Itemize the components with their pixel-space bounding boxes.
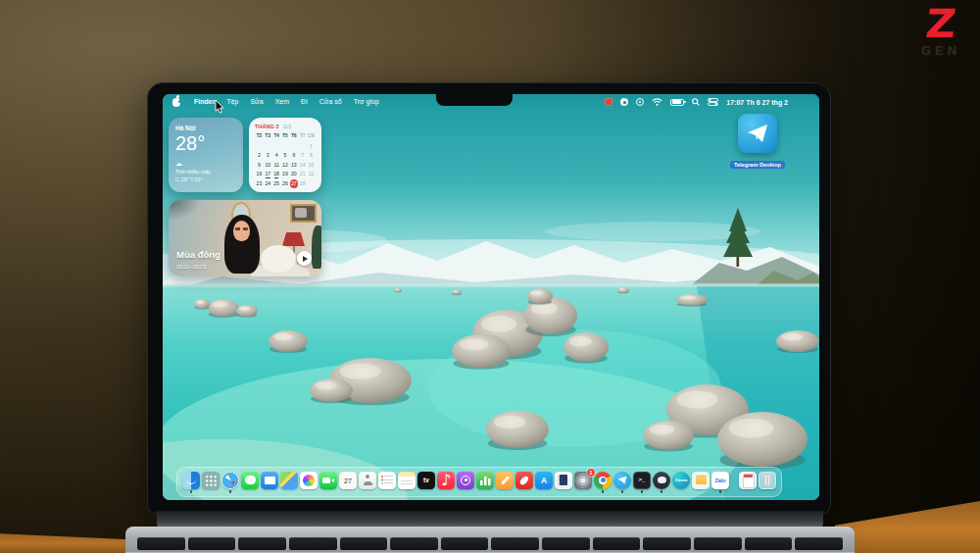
dock-appstore[interactable]: A: [535, 471, 553, 494]
dock-settings[interactable]: 1: [574, 471, 592, 494]
menu-cửa-sổ[interactable]: Cửa sổ: [314, 98, 348, 105]
dock-notes[interactable]: [398, 471, 416, 494]
photo-lamp: [282, 232, 305, 246]
menu-tệp[interactable]: Tệp: [220, 98, 244, 105]
function-key: [390, 537, 438, 550]
input-source-icon[interactable]: [620, 98, 628, 106]
function-key: [795, 537, 843, 550]
dock-downloads[interactable]: [739, 471, 757, 494]
calendar-day-21: 21: [298, 170, 307, 178]
dock-photos[interactable]: [300, 471, 318, 494]
running-indicator: [602, 490, 605, 493]
dock-telegram[interactable]: [613, 471, 631, 494]
dock-safari[interactable]: [221, 471, 239, 494]
calendar-day-6: 6: [289, 151, 298, 160]
photo-sofa: [261, 245, 296, 273]
dock-mail[interactable]: [261, 471, 278, 494]
calendar-day-empty: [255, 142, 264, 151]
music-icon: ♪: [437, 472, 455, 489]
telegram-desktop-shortcut[interactable]: Telegram Desktop: [727, 114, 788, 171]
calendar-day-9: 9: [255, 161, 264, 170]
battery-icon[interactable]: [670, 99, 684, 106]
status-app-indicator-icon[interactable]: [605, 98, 612, 106]
photos-memory-widget[interactable]: Mùa đông 2022–2023: [169, 200, 321, 276]
dock-podcasts[interactable]: [457, 471, 474, 494]
function-key: [188, 537, 236, 550]
weekday-T4: T4: [272, 132, 281, 139]
dock-facetime[interactable]: [319, 471, 337, 494]
dock-chrome[interactable]: [594, 471, 612, 494]
dock-trash[interactable]: [759, 471, 776, 494]
dock-zalo[interactable]: Zalo: [711, 471, 729, 494]
safari-icon: [221, 472, 239, 489]
maps-icon: [280, 472, 298, 489]
appstore-icon: A: [535, 472, 553, 489]
display-notch: [436, 94, 513, 106]
macbook-keyboard-deck: [125, 527, 855, 553]
dock-rocket[interactable]: [515, 471, 533, 494]
terminal-icon: >_: [633, 472, 651, 489]
dock-pages[interactable]: [496, 471, 514, 494]
weather-high-low: C:29° T:20°: [175, 176, 236, 182]
dock-maps[interactable]: [280, 471, 298, 494]
dock-books[interactable]: [555, 471, 572, 494]
menu-xem[interactable]: Xem: [270, 98, 295, 105]
dock-canva[interactable]: Canva: [672, 471, 690, 494]
menu-bar-clock[interactable]: 17:07 Th 6 27 thg 2: [726, 99, 788, 106]
dock-music[interactable]: ♪: [437, 471, 455, 494]
running-indicator: [190, 490, 193, 493]
pages-icon: [496, 472, 514, 489]
calendar-day-empty: [298, 142, 307, 151]
function-key: [593, 537, 641, 550]
apple-menu-icon[interactable]: [172, 98, 180, 107]
dock-numbers[interactable]: [476, 471, 494, 494]
books-icon: [555, 472, 572, 489]
appletv-icon: tv: [417, 472, 435, 489]
weather-widget[interactable]: Hà Nội 28° ☁ Trời nhiều mây C:29° T:20°: [169, 118, 243, 192]
dock-finder[interactable]: [182, 471, 200, 494]
running-indicator: [641, 490, 644, 493]
dock-obs[interactable]: [653, 471, 670, 494]
function-key: [542, 537, 590, 550]
calendar-day-17: 17: [264, 170, 272, 178]
menu-đi[interactable]: Đi: [295, 98, 314, 105]
dock-folder[interactable]: [692, 471, 710, 494]
dock-reminders[interactable]: [378, 471, 396, 494]
calendar-day-23: 23: [255, 179, 264, 188]
cloud-icon: ☁: [175, 160, 236, 168]
dock-launchpad[interactable]: [202, 471, 220, 494]
calendar-day-12: 12: [281, 161, 290, 170]
dock: 27tv♪A1>_CanvaZalo: [176, 467, 782, 497]
menu-sửa[interactable]: Sửa: [244, 98, 269, 105]
folder-icon: [692, 472, 710, 489]
memory-subtitle: 2022–2023: [176, 264, 206, 270]
screen-mirroring-icon[interactable]: [636, 98, 644, 106]
dock-appletv[interactable]: tv: [417, 471, 435, 494]
calendar-lunar-date: 11/1: [283, 125, 292, 129]
calendar-day-13: 13: [289, 161, 298, 170]
contacts-icon: [359, 472, 376, 489]
running-indicator: [661, 490, 663, 493]
dock-messages[interactable]: [241, 471, 259, 494]
memory-play-button[interactable]: [297, 251, 312, 266]
messages-icon: [241, 472, 259, 489]
menu-trợ-giúp[interactable]: Trợ giúp: [348, 98, 385, 105]
calendar-day-grid: 1234567891011121314151617181920212223242…: [255, 142, 316, 188]
dock-contacts[interactable]: [359, 471, 376, 494]
canva-icon: Canva: [672, 472, 690, 489]
function-key: [137, 537, 185, 550]
wifi-icon[interactable]: [652, 98, 662, 106]
calendar-day-14: 14: [298, 161, 307, 170]
function-key: [694, 537, 742, 550]
finder-icon: [182, 472, 200, 489]
calendar-day-11: 11: [272, 161, 281, 170]
calendar-day-19: 19: [281, 170, 290, 178]
calendar-day-7: 7: [298, 151, 307, 160]
calendar-day-empty: [281, 142, 290, 151]
control-center-icon[interactable]: [708, 98, 718, 106]
dock-calendar[interactable]: 27: [339, 471, 357, 494]
spotlight-icon[interactable]: [692, 98, 700, 106]
weekday-CN: CN: [307, 132, 316, 139]
calendar-widget[interactable]: THÁNG 2 11/1 T2T3T4T5T6T7CN 123456789101…: [249, 118, 321, 192]
dock-terminal[interactable]: >_: [633, 471, 651, 494]
